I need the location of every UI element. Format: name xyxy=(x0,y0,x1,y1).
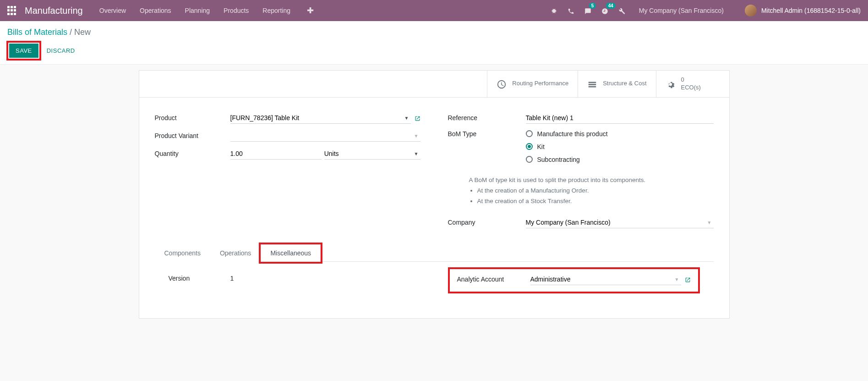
analytic-highlight: Analytic Account ▼ xyxy=(448,267,700,293)
label-reference: Reference xyxy=(448,114,526,121)
reference-input[interactable] xyxy=(526,112,714,124)
radio-icon xyxy=(526,143,533,150)
company-input[interactable] xyxy=(526,217,714,228)
nav-links: Overview Operations Planning Products Re… xyxy=(99,6,314,16)
user-name: Mitchell Admin (16881542-15-0-all) xyxy=(761,7,861,14)
save-button[interactable]: SAVE xyxy=(9,44,38,58)
apps-icon[interactable] xyxy=(7,6,16,15)
bomtype-help: A BoM of type kit is used to split the p… xyxy=(469,175,714,207)
label-bomtype: BoM Type xyxy=(448,130,526,138)
avatar xyxy=(745,5,757,17)
help-intro: A BoM of type kit is used to split the p… xyxy=(469,175,714,186)
version-value: 1 xyxy=(230,275,420,282)
breadcrumb: Bills of Materials / New xyxy=(7,28,861,37)
stat-buttons: Routing Performance Structure & Cost 0 E… xyxy=(139,71,729,98)
nav-operations[interactable]: Operations xyxy=(140,7,171,14)
stat-eco-text: 0 ECO(s) xyxy=(681,76,701,92)
external-link-icon[interactable] xyxy=(685,276,691,283)
header-bar: Bills of Materials / New SAVE DISCARD xyxy=(0,21,868,65)
label-version: Version xyxy=(169,275,230,282)
nav-overview[interactable]: Overview xyxy=(99,7,126,14)
app-name[interactable]: Manufacturing xyxy=(25,6,83,16)
radio-subcontract-label: Subcontracting xyxy=(537,156,580,163)
stat-eco-label: ECO(s) xyxy=(681,84,701,91)
product-input[interactable] xyxy=(230,112,411,124)
analytic-input[interactable] xyxy=(530,274,681,285)
radio-kit-label: Kit xyxy=(537,143,545,150)
company-selector[interactable]: My Company (San Francisco) xyxy=(639,7,724,14)
stat-routing[interactable]: Routing Performance xyxy=(487,71,578,97)
label-analytic: Analytic Account xyxy=(457,276,530,283)
activities-badge: 44 xyxy=(606,3,616,9)
nav-products[interactable]: Products xyxy=(224,7,249,14)
tab-content-misc: Version 1 Analytic Account ▼ xyxy=(155,262,714,307)
form-left-col: Product ▼ Product Variant xyxy=(155,112,420,235)
tab-components[interactable]: Components xyxy=(155,244,210,262)
nav-reporting[interactable]: Reporting xyxy=(262,7,290,14)
gears-icon xyxy=(666,78,676,89)
activities-icon[interactable]: 44 xyxy=(601,6,608,15)
breadcrumb-current: New xyxy=(74,28,91,37)
messaging-icon[interactable]: 5 xyxy=(584,6,591,15)
topbar: Manufacturing Overview Operations Planni… xyxy=(0,0,868,21)
bars-icon xyxy=(587,78,597,89)
form-sheet: Routing Performance Structure & Cost 0 E… xyxy=(139,70,730,319)
radio-manufacture[interactable]: Manufacture this product xyxy=(526,130,714,138)
breadcrumb-sep: / xyxy=(70,28,74,37)
plus-icon[interactable]: ✚ xyxy=(307,6,314,16)
breadcrumb-root[interactable]: Bills of Materials xyxy=(7,28,67,37)
tools-icon[interactable] xyxy=(618,6,625,15)
quantity-input[interactable] xyxy=(230,148,322,160)
topbar-icons: 5 44 My Company (San Francisco) Mitchell… xyxy=(551,5,861,17)
tab-miscellaneous[interactable]: Miscellaneous xyxy=(261,244,321,262)
external-link-icon[interactable] xyxy=(415,115,420,121)
uom-input[interactable] xyxy=(324,148,420,160)
help-b1: At the creation of a Manufacturing Order… xyxy=(477,186,714,196)
stat-eco[interactable]: 0 ECO(s) xyxy=(656,71,729,97)
help-b2: At the creation of a Stock Transfer. xyxy=(477,196,714,207)
tabs: Components Operations Miscellaneous xyxy=(155,244,714,262)
label-variant: Product Variant xyxy=(155,132,230,139)
debug-icon[interactable] xyxy=(551,6,557,15)
label-product: Product xyxy=(155,114,230,121)
radio-kit[interactable]: Kit xyxy=(526,143,714,150)
stat-routing-text: Routing Performance xyxy=(512,80,568,88)
form-right-col: Reference BoM Type Manufacture this prod… xyxy=(448,112,714,235)
label-quantity: Quantity xyxy=(155,150,230,157)
discard-button[interactable]: DISCARD xyxy=(47,47,75,54)
nav-planning[interactable]: Planning xyxy=(185,7,210,14)
stat-structure-text: Structure & Cost xyxy=(603,80,646,88)
variant-input[interactable] xyxy=(230,130,420,142)
clock-icon xyxy=(497,78,507,89)
label-company: Company xyxy=(448,219,526,226)
user-menu[interactable]: Mitchell Admin (16881542-15-0-all) xyxy=(745,5,861,17)
messaging-badge: 5 xyxy=(589,3,596,9)
action-row: SAVE DISCARD xyxy=(7,42,861,60)
radio-subcontract[interactable]: Subcontracting xyxy=(526,156,714,163)
radio-icon xyxy=(526,156,533,163)
stat-structure[interactable]: Structure & Cost xyxy=(578,71,655,97)
stat-eco-count: 0 xyxy=(681,76,684,83)
tab-operations[interactable]: Operations xyxy=(210,244,261,262)
phone-icon[interactable] xyxy=(568,6,574,15)
radio-manufacture-label: Manufacture this product xyxy=(537,130,608,138)
radio-icon xyxy=(526,130,533,137)
